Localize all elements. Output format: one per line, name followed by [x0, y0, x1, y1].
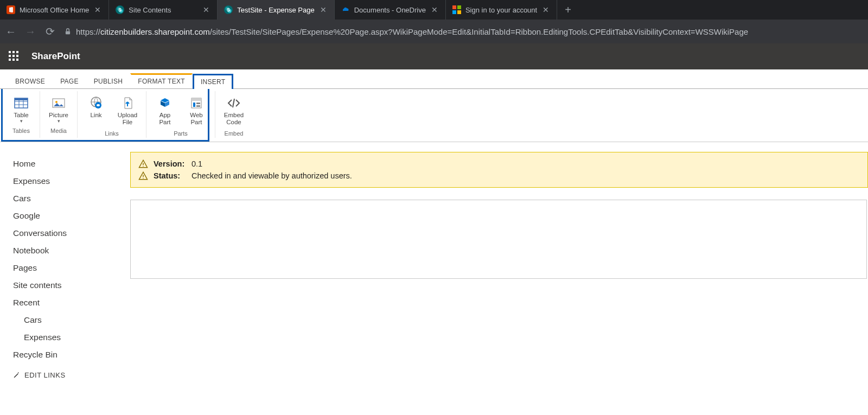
ribbon-button-table[interactable]: Table▾ — [7, 94, 35, 124]
svg-point-30 — [143, 166, 144, 167]
nav-link-notebook[interactable]: Notebook — [13, 242, 130, 259]
tab-title: TestSite - Expense Page — [237, 6, 314, 14]
status-line: Status:Checked in and viewable by author… — [138, 170, 860, 182]
ribbon-button-link[interactable]: Link — [82, 94, 110, 127]
lock-icon — [64, 28, 72, 35]
ribbon-button-label: Link — [90, 112, 101, 119]
ribbon-tab-page[interactable]: PAGE — [53, 72, 86, 88]
ribbon-button-web-part[interactable]: WebPart — [182, 94, 210, 127]
tab-favicon — [341, 5, 350, 14]
link-icon — [87, 95, 105, 111]
ribbon-button-upload-file[interactable]: UploadFile — [113, 94, 142, 127]
app-launcher-icon[interactable] — [9, 51, 20, 62]
nav-link-site-contents[interactable]: Site contents — [13, 277, 130, 294]
ribbon-button-label: AppPart — [159, 112, 170, 126]
url-prefix: https:// — [76, 27, 100, 36]
edit-links-button[interactable]: EDIT LINKS — [13, 363, 130, 379]
close-icon[interactable]: ✕ — [430, 5, 439, 14]
tab-favicon — [7, 5, 15, 14]
url-path: /sites/TestSite/SitePages/Expense%20Page… — [210, 27, 748, 36]
ribbon-button-embed-code[interactable]: EmbedCode — [220, 94, 248, 127]
ribbon-button-picture[interactable]: Picture▾ — [44, 94, 73, 124]
ribbon-group-embed: EmbedCodeEmbed — [215, 91, 252, 138]
content-area: HomeExpensesCarsGoogleConversationsNoteb… — [0, 142, 868, 379]
svg-rect-10 — [457, 5, 461, 9]
tab-favicon — [452, 5, 461, 14]
nav-link-google[interactable]: Google — [13, 207, 130, 225]
nav-link-expenses[interactable]: Expenses — [13, 329, 130, 346]
ribbon-group-label: Embed — [225, 128, 244, 138]
upload-icon — [119, 95, 136, 111]
tab-favicon: S — [224, 5, 233, 14]
ribbon-group-label: Parts — [174, 128, 188, 138]
nav-link-recent[interactable]: Recent — [13, 294, 130, 311]
nav-link-home[interactable]: Home — [13, 155, 130, 173]
svg-rect-9 — [452, 5, 456, 9]
reload-button[interactable]: ⟳ — [44, 26, 55, 37]
ribbon-tab-format-text[interactable]: FORMAT TEXT — [130, 73, 193, 88]
ribbon-button-label: UploadFile — [118, 112, 137, 126]
suite-title: SharePoint — [31, 51, 80, 62]
pencil-icon — [13, 372, 20, 379]
chevron-down-icon: ▾ — [58, 119, 60, 123]
status-line: Version:0.1 — [138, 158, 860, 170]
status-key: Status: — [154, 171, 186, 180]
nav-link-recycle-bin[interactable]: Recycle Bin — [13, 346, 130, 363]
warning-icon — [138, 159, 148, 169]
nav-link-cars[interactable]: Cars — [13, 190, 130, 207]
ribbon-tab-browse[interactable]: BROWSE — [8, 72, 53, 88]
chevron-down-icon: ▾ — [20, 119, 23, 123]
svg-rect-12 — [457, 10, 461, 14]
status-value: Checked in and viewable by authorized us… — [192, 171, 352, 180]
tab-favicon: S — [116, 5, 124, 14]
status-bar: Version:0.1Status:Checked in and viewabl… — [130, 152, 868, 188]
svg-rect-13 — [66, 31, 70, 34]
new-tab-button[interactable]: + — [557, 4, 579, 16]
back-button[interactable]: ← — [5, 26, 16, 37]
close-icon[interactable]: ✕ — [93, 5, 102, 14]
svg-text:S: S — [118, 7, 122, 12]
browser-tab[interactable]: SSite Contents✕ — [109, 0, 218, 20]
ribbon-group-tables: Table▾Tables — [3, 91, 40, 138]
forward-button[interactable]: → — [25, 26, 36, 37]
browser-tab[interactable]: Documents - OneDrive✕ — [335, 0, 446, 20]
embed-icon — [225, 95, 242, 111]
nav-link-expenses[interactable]: Expenses — [13, 173, 130, 190]
svg-rect-26 — [193, 103, 195, 107]
ribbon-tab-publish[interactable]: PUBLISH — [86, 72, 130, 88]
browser-tab[interactable]: Microsoft Office Home✕ — [0, 0, 109, 20]
close-icon[interactable]: ✕ — [319, 5, 328, 14]
ribbon-button-label: EmbedCode — [224, 112, 244, 126]
ribbon-group-label: Links — [105, 128, 119, 138]
nav-link-conversations[interactable]: Conversations — [13, 225, 130, 242]
nav-link-pages[interactable]: Pages — [13, 259, 130, 277]
browser-tab[interactable]: Sign in to your account✕ — [446, 0, 557, 20]
status-key: Version: — [154, 159, 186, 168]
close-icon[interactable]: ✕ — [202, 5, 210, 14]
close-icon[interactable]: ✕ — [541, 5, 550, 14]
svg-rect-25 — [192, 98, 201, 101]
ribbon-tab-insert[interactable]: INSERT — [193, 74, 234, 89]
suite-bar: SharePoint — [0, 43, 868, 69]
browser-tab-bar: Microsoft Office Home✕SSite Contents✕STe… — [0, 0, 868, 20]
url-domain: citizenbuilders.sharepoint.com — [100, 27, 210, 36]
ribbon-tabs: BROWSEPAGEPUBLISHFORMAT TEXTINSERT — [0, 69, 868, 89]
ribbon-group-media: Picture▾Media — [40, 91, 78, 138]
svg-rect-28 — [196, 105, 200, 107]
ribbon-group-label: Tables — [12, 125, 30, 135]
page-editor[interactable] — [130, 200, 867, 279]
status-value: 0.1 — [192, 159, 202, 168]
ribbon-group-links: LinkUploadFileLinks — [78, 91, 146, 138]
svg-point-21 — [55, 101, 58, 103]
table-icon — [12, 95, 30, 111]
url-text[interactable]: https://citizenbuilders.sharepoint.com/s… — [76, 27, 748, 36]
browser-tab[interactable]: STestSite - Expense Page✕ — [218, 0, 334, 20]
main-column: Version:0.1Status:Checked in and viewabl… — [130, 142, 868, 379]
svg-text:S: S — [227, 7, 230, 12]
ribbon-button-app-part[interactable]: AppPart — [151, 94, 179, 127]
nav-link-cars[interactable]: Cars — [13, 311, 130, 329]
webpart-icon — [188, 95, 205, 111]
tab-title: Site Contents — [129, 6, 197, 14]
ribbon-button-label: WebPart — [190, 112, 202, 126]
ribbon-group-parts: AppPartWebPartParts — [146, 91, 215, 138]
